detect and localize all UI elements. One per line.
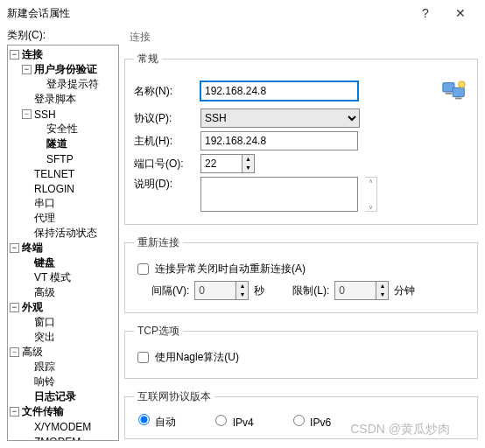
tcp-group: TCP选项 使用Nagle算法(U)	[124, 324, 478, 379]
session-icon[interactable]	[440, 77, 468, 105]
tree-filetransfer[interactable]: −文件传输	[10, 404, 118, 419]
spin-down-icon: ▼	[242, 164, 254, 172]
tree-window[interactable]: 窗口	[22, 315, 118, 330]
minutes-label: 分钟	[394, 284, 415, 298]
name-label: 名称(N):	[134, 84, 193, 99]
svg-point-4	[459, 81, 466, 88]
spin-up-icon: ▲	[242, 155, 254, 164]
tree-advanced2[interactable]: −高级	[10, 345, 118, 360]
limit-input[interactable]	[334, 281, 376, 300]
limit-spinner[interactable]: ▲▼	[376, 281, 389, 300]
auto-reconnect-label: 连接异常关闭时自动重新连接(A)	[155, 262, 306, 276]
window-title: 新建会话属性	[7, 6, 408, 21]
tree-appearance[interactable]: −外观	[10, 300, 118, 315]
tree-rlogin[interactable]: RLOGIN	[22, 181, 118, 196]
reconnect-group: 重新连接 连接异常关闭时自动重新连接(A) 间隔(V): ▲▼ 秒 限制(L):…	[124, 235, 478, 313]
collapse-icon[interactable]: −	[22, 109, 32, 119]
category-label: 类别(C):	[7, 26, 119, 45]
name-input[interactable]	[200, 81, 358, 101]
collapse-icon[interactable]: −	[22, 65, 32, 74]
close-button[interactable]: ✕	[443, 6, 478, 20]
tree-zmodem[interactable]: ZMODEM	[22, 434, 118, 441]
tree-bell[interactable]: 响铃	[22, 374, 118, 389]
port-label: 端口号(O):	[134, 157, 193, 172]
ipver-ipv6[interactable]: IPv6	[289, 412, 331, 429]
titlebar: 新建会话属性 ? ✕	[0, 0, 485, 26]
panel-title: 连接	[124, 26, 478, 48]
tree-connection[interactable]: −连接	[10, 47, 118, 62]
collapse-icon[interactable]: −	[10, 407, 19, 416]
ipver-ipv4[interactable]: IPv4	[211, 412, 253, 429]
port-input[interactable]	[200, 154, 242, 173]
protocol-label: 协议(P):	[134, 111, 193, 126]
tree-ssh[interactable]: −SSH	[22, 107, 118, 122]
interval-spinner[interactable]: ▲▼	[236, 281, 249, 300]
tree-sftp[interactable]: SFTP	[34, 151, 118, 166]
tree-advanced[interactable]: 高级	[22, 285, 118, 300]
nagle-checkbox[interactable]	[137, 352, 149, 363]
tree-highlight[interactable]: 突出	[22, 330, 118, 345]
limit-label: 限制(L):	[292, 284, 329, 298]
host-label: 主机(H):	[134, 134, 193, 149]
desc-input[interactable]	[200, 177, 358, 212]
tree-auth[interactable]: −用户身份验证	[22, 62, 118, 77]
seconds-label: 秒	[254, 284, 264, 298]
category-tree[interactable]: −连接 −用户身份验证 登录提示符 登录脚本 −SSH 安全性 隧道 SFTP	[7, 45, 119, 441]
tree-telnet[interactable]: TELNET	[22, 166, 118, 181]
textarea-scrollbar[interactable]: ∧∨	[365, 177, 377, 212]
ipver-group: 互联网协议版本 自动 IPv4 IPv6	[124, 389, 478, 439]
tree-terminal[interactable]: −终端	[10, 241, 118, 256]
auto-reconnect-checkbox[interactable]	[137, 263, 149, 275]
ipver-auto[interactable]: 自动	[134, 411, 176, 430]
collapse-icon[interactable]: −	[10, 347, 19, 357]
nagle-label: 使用Nagle算法(U)	[155, 350, 239, 365]
collapse-icon[interactable]: −	[10, 303, 19, 312]
tree-tunnel[interactable]: 隧道	[34, 136, 118, 151]
collapse-icon[interactable]: −	[10, 50, 19, 60]
general-legend: 常规	[134, 52, 162, 66]
tcp-legend: TCP选项	[134, 324, 183, 339]
tree-proxy[interactable]: 代理	[22, 211, 118, 226]
tree-login-prompt[interactable]: 登录提示符	[34, 77, 118, 92]
tree-logging[interactable]: 日志记录	[22, 389, 118, 404]
tree-vtmode[interactable]: VT 模式	[22, 270, 118, 285]
interval-input[interactable]	[194, 281, 236, 300]
svg-rect-3	[455, 98, 462, 100]
tree-keepalive[interactable]: 保持活动状态	[22, 226, 118, 241]
tree-keyboard[interactable]: 键盘	[22, 256, 118, 270]
tree-trace[interactable]: 跟踪	[22, 360, 118, 374]
tree-login-script[interactable]: 登录脚本	[22, 92, 118, 107]
tree-security[interactable]: 安全性	[34, 122, 118, 136]
desc-label: 说明(D):	[134, 177, 193, 192]
protocol-select[interactable]: SSH	[200, 108, 360, 128]
general-group: 常规 名称(N): 协议(P): SSH 主机(H):	[124, 52, 478, 225]
collapse-icon[interactable]: −	[10, 243, 19, 253]
tree-xymodem[interactable]: X/YMODEM	[22, 419, 118, 434]
svg-rect-1	[453, 88, 464, 96]
host-input[interactable]	[200, 131, 358, 150]
help-button[interactable]: ?	[408, 6, 443, 20]
port-spinner[interactable]: ▲▼	[242, 154, 255, 173]
ipver-legend: 互联网协议版本	[134, 389, 214, 404]
interval-label: 间隔(V):	[151, 284, 189, 298]
reconnect-legend: 重新连接	[134, 235, 183, 250]
svg-rect-2	[446, 93, 453, 94]
tree-serial[interactable]: 串口	[22, 196, 118, 211]
